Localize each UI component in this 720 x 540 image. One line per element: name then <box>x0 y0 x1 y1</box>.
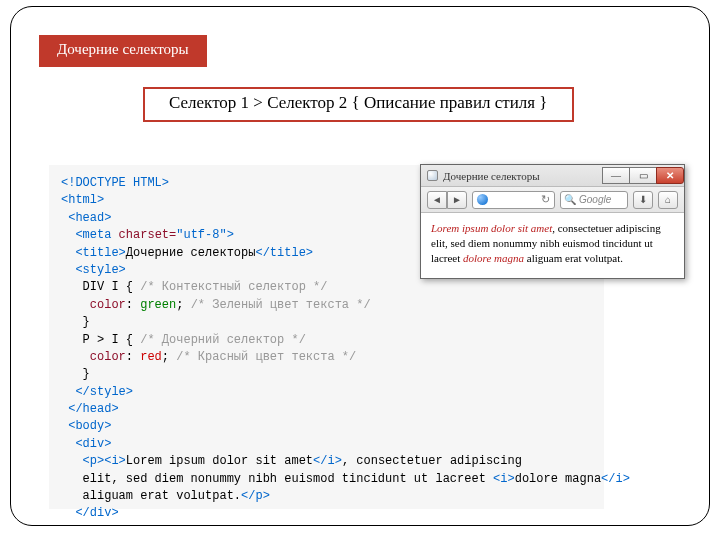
slide-frame: Дочерние селекторы Селектор 1 > Селектор… <box>10 6 710 526</box>
code-token: ; <box>162 350 176 364</box>
code-token: /* Красный цвет текста */ <box>176 350 356 364</box>
back-button[interactable]: ◄ <box>427 191 447 209</box>
browser-viewport: Lorem ipsum dolor sit amet, consectetuer… <box>421 213 684 278</box>
code-token: </head> <box>61 402 119 416</box>
downloads-button[interactable]: ⬇ <box>633 191 653 209</box>
code-token: { <box>126 333 140 347</box>
code-token: elit, sed diem nonummy nibh euismod tinc… <box>61 472 493 486</box>
browser-toolbar: ◄ ► ↻ 🔍 Google ⬇ ⌂ <box>421 187 684 213</box>
syntax-rule: Селектор 1 > Селектор 2 { Описание прави… <box>143 87 574 122</box>
code-token: : <box>126 298 140 312</box>
code-token: </style> <box>61 385 133 399</box>
code-token: <body> <box>61 419 111 433</box>
home-button[interactable]: ⌂ <box>658 191 678 209</box>
code-token: /* Дочерний селектор */ <box>140 333 306 347</box>
code-token: charset= <box>111 228 176 242</box>
code-token: <i> <box>104 454 126 468</box>
search-field[interactable]: 🔍 Google <box>560 191 628 209</box>
browser-title: Дочерние селекторы <box>443 170 540 182</box>
code-token: { <box>126 280 140 294</box>
search-placeholder: Google <box>579 194 611 205</box>
code-token: </i> <box>313 454 342 468</box>
sample-text: aliguam erat volutpat. <box>524 252 623 264</box>
slide-title: Дочерние селекторы <box>39 35 207 67</box>
search-icon: 🔍 <box>564 194 576 205</box>
reload-icon[interactable]: ↻ <box>541 193 550 206</box>
code-token: Lorem ipsum dolor sit amet <box>126 454 313 468</box>
code-token: DIV I <box>61 280 126 294</box>
code-token: red <box>140 350 162 364</box>
code-token: ; <box>176 298 190 312</box>
code-token: color <box>61 298 126 312</box>
code-token: <html> <box>61 193 104 207</box>
code-token: dolore magna <box>515 472 601 486</box>
code-token: <!DOCTYPE HTML> <box>61 176 169 190</box>
browser-titlebar: Дочерние селекторы — ▭ ✕ <box>421 165 684 187</box>
browser-window: Дочерние селекторы — ▭ ✕ ◄ ► ↻ 🔍 Google … <box>420 164 685 279</box>
code-token: <title> <box>61 246 126 260</box>
address-bar[interactable]: ↻ <box>472 191 555 209</box>
sample-text: dolore magna <box>463 252 524 264</box>
code-token: <style> <box>61 263 126 277</box>
code-token: <head> <box>61 211 111 225</box>
code-token: </div> <box>61 506 119 520</box>
minimize-button[interactable]: — <box>602 167 630 184</box>
code-token: Дочерние селекторы <box>126 246 256 260</box>
code-token: <p> <box>61 454 104 468</box>
code-token: </p> <box>241 489 270 503</box>
code-token: <i> <box>493 472 515 486</box>
code-token: /* Контекстный селектор */ <box>140 280 327 294</box>
code-token: , consectetuer adipiscing <box>342 454 522 468</box>
forward-button[interactable]: ► <box>447 191 467 209</box>
code-token: aliguam erat volutpat. <box>61 489 241 503</box>
sample-text: Lorem ipsum dolor sit amet <box>431 222 552 234</box>
maximize-button[interactable]: ▭ <box>629 167 657 184</box>
code-token: </title> <box>255 246 313 260</box>
code-token: <meta <box>61 228 111 242</box>
code-token: /* Зеленый цвет текста */ <box>191 298 371 312</box>
code-token: "utf-8" <box>176 228 226 242</box>
code-token: } <box>61 367 90 381</box>
code-token: </i> <box>601 472 630 486</box>
code-token: > <box>227 228 234 242</box>
code-token: <div> <box>61 437 111 451</box>
favicon-icon <box>427 170 438 181</box>
code-token: P > I <box>61 333 126 347</box>
code-token: color <box>61 350 126 364</box>
code-token: : <box>126 350 140 364</box>
code-token: } <box>61 315 90 329</box>
code-token: </body> <box>61 524 119 526</box>
globe-icon <box>477 194 488 205</box>
code-token: green <box>140 298 176 312</box>
close-button[interactable]: ✕ <box>656 167 684 184</box>
